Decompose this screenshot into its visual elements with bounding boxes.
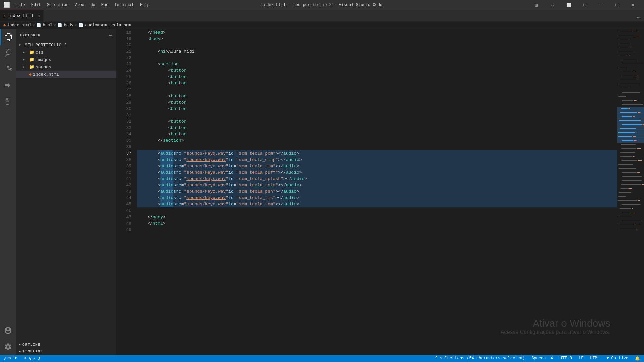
sidebar-item-images[interactable]: ► 📁 images: [16, 56, 116, 63]
errors-label: ⊗ 0: [24, 356, 32, 361]
minimize-button[interactable]: —: [593, 0, 608, 10]
sidebar-item-index-html[interactable]: ► ◆ index.html: [16, 71, 116, 78]
activity-account[interactable]: [0, 322, 16, 339]
git-branch-label: main: [8, 356, 17, 361]
breadcrumb-audio[interactable]: audio#som_tecla_pom: [85, 23, 131, 28]
line-num-46: 46: [117, 207, 131, 214]
code-line-34: <button: [137, 131, 617, 137]
code-line-36: [137, 144, 617, 150]
encoding-status[interactable]: UTF-8: [558, 356, 573, 361]
menu-selection[interactable]: Selection: [44, 2, 71, 8]
window-title: index.html - meu portifolio 2 - Visual S…: [262, 3, 382, 7]
sidebar-header: EXPLORER ⋯: [16, 29, 116, 41]
tab-file-icon: ◇: [3, 14, 6, 18]
code-line-28: <button: [137, 93, 617, 99]
breadcrumb-body[interactable]: body: [64, 23, 73, 28]
root-label: MEU PORTIFOLIO 2: [25, 43, 67, 48]
line-num-18: 18: [117, 29, 131, 36]
line-num-20: 20: [117, 42, 131, 48]
sidebar-more-button[interactable]: ⋯: [109, 32, 112, 39]
sidebar-title: EXPLORER: [20, 33, 41, 37]
css-arrow: ►: [23, 51, 28, 54]
css-folder-icon: 📁: [29, 50, 34, 55]
editor-content: 1819202122232425262728293031323334353637…: [117, 29, 644, 355]
selection-status[interactable]: 9 selections (54 characters selected): [434, 356, 526, 361]
line-num-44: 44: [117, 195, 131, 201]
code-line-46: [137, 207, 617, 214]
activity-source-control[interactable]: [0, 61, 16, 77]
line-ending-status[interactable]: LF: [577, 356, 585, 361]
errors-warnings[interactable]: ⊗ 0 △ 0: [23, 356, 41, 361]
tab-index-html[interactable]: ◇ index.html ✕: [0, 10, 44, 21]
timeline-arrow: ►: [19, 350, 21, 353]
line-num-43: 43: [117, 188, 131, 195]
code-line-39: <audio src="sounds/keye.wav" id="som_tec…: [137, 163, 617, 169]
layout3-icon[interactable]: □: [577, 0, 592, 10]
outline-header[interactable]: ► OUTLINE: [16, 341, 116, 348]
menu-go[interactable]: Go: [88, 2, 98, 8]
breadcrumb-file[interactable]: index.html: [7, 23, 31, 28]
menu-edit[interactable]: Edit: [29, 2, 44, 8]
menu-run[interactable]: Run: [99, 2, 111, 8]
bell-icon[interactable]: 🔔: [634, 356, 641, 361]
line-num-29: 29: [117, 99, 131, 106]
code-line-18: </head>: [137, 29, 617, 36]
layout-icon[interactable]: ◫: [529, 0, 544, 10]
go-live-button[interactable]: ♥ Go Live: [605, 356, 630, 361]
maximize-button[interactable]: □: [609, 0, 625, 10]
layout2-icon[interactable]: ▭: [545, 0, 560, 10]
menu-view[interactable]: View: [72, 2, 87, 8]
menu-file[interactable]: File: [13, 2, 28, 8]
split-icon[interactable]: ⬜: [561, 0, 576, 10]
sidebar-item-css[interactable]: ► 📁 css: [16, 49, 116, 56]
activity-search[interactable]: [0, 45, 16, 61]
close-button[interactable]: ✕: [625, 0, 641, 10]
code-line-21: <h1>Alura Midi: [137, 48, 617, 55]
warnings-label: △ 0: [33, 356, 40, 361]
activity-extensions[interactable]: [0, 94, 16, 110]
tab-close-button[interactable]: ✕: [37, 13, 40, 19]
status-bar: ☍ main ⊗ 0 △ 0 9 selections (54 characte…: [0, 355, 644, 362]
code-line-29: <button: [137, 99, 617, 106]
line-num-45: 45: [117, 201, 131, 207]
line-num-23: 23: [117, 61, 131, 67]
line-num-49: 49: [117, 227, 131, 233]
timeline-label: TIMELINE: [22, 349, 43, 353]
activity-settings[interactable]: [0, 339, 16, 355]
line-num-41: 41: [117, 176, 131, 182]
minimap[interactable]: [617, 29, 644, 355]
activity-explorer[interactable]: [0, 29, 16, 45]
sidebar-item-sounds[interactable]: ► 📁 sounds: [16, 63, 116, 71]
breadcrumb: ◆ index.html > 📄 html > 📄 body > 📄 audio…: [0, 22, 644, 29]
line-num-21: 21: [117, 48, 131, 55]
content-area: EXPLORER ⋯ ▼ MEU PORTIFOLIO 2 ► 📁 css ► …: [0, 29, 644, 355]
sidebar-root[interactable]: ▼ MEU PORTIFOLIO 2: [16, 41, 116, 49]
spaces-status[interactable]: Spaces: 4: [530, 356, 554, 361]
line-num-42: 42: [117, 182, 131, 188]
code-line-47: </body>: [137, 214, 617, 220]
line-num-47: 47: [117, 214, 131, 220]
line-numbers: 1819202122232425262728293031323334353637…: [117, 29, 134, 355]
tab-more-button[interactable]: ⋯: [634, 14, 644, 21]
bc-icon-html: ◆: [3, 23, 6, 28]
code-line-45: <audio src="sounds/keyc.wav" id="som_tec…: [137, 201, 617, 207]
images-label: images: [36, 57, 51, 62]
code-area[interactable]: </head> <body> <h1>Alura Midi <section <…: [134, 29, 617, 355]
line-num-31: 31: [117, 112, 131, 118]
git-branch[interactable]: ☍ main: [3, 356, 19, 361]
timeline-header[interactable]: ► TIMELINE: [16, 348, 116, 355]
menu-terminal[interactable]: Terminal: [112, 2, 137, 8]
line-num-37: 37: [117, 150, 131, 157]
code-line-23: <section: [137, 61, 617, 67]
line-num-22: 22: [117, 55, 131, 61]
line-num-40: 40: [117, 169, 131, 176]
breadcrumb-html[interactable]: html: [43, 23, 52, 28]
editor[interactable]: 1819202122232425262728293031323334353637…: [117, 29, 644, 355]
line-num-19: 19: [117, 36, 131, 42]
activity-run[interactable]: [0, 77, 16, 94]
status-bar-left: ☍ main ⊗ 0 △ 0: [3, 356, 41, 361]
images-arrow: ►: [23, 58, 28, 62]
line-num-25: 25: [117, 74, 131, 80]
menu-help[interactable]: Help: [137, 2, 152, 8]
language-status[interactable]: HTML: [589, 356, 601, 361]
